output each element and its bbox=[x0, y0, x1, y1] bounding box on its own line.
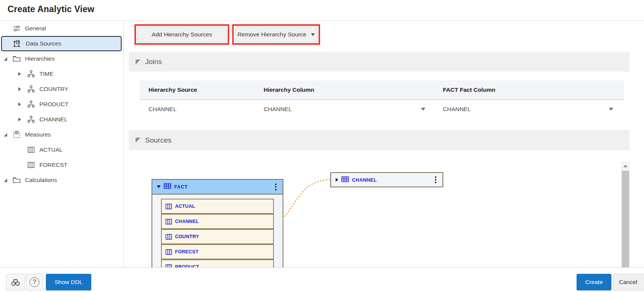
fact-node-header[interactable]: FACT bbox=[152, 180, 283, 195]
data-sources-panel: Add Hierarchy Sources Remove Hierarchy S… bbox=[123, 21, 644, 267]
sidebar-item-label: Hierarchies bbox=[25, 55, 55, 62]
expand-toggle-icon[interactable] bbox=[4, 133, 12, 137]
sidebar-item-label: Measures bbox=[25, 131, 51, 138]
fact-column-label: ACTUAL bbox=[175, 204, 195, 209]
sidebar-item-label: Data Sources bbox=[26, 40, 61, 47]
sidebar-item-label: PRODUCT bbox=[39, 101, 69, 108]
sidebar-item-country[interactable]: COUNTRY bbox=[0, 82, 123, 97]
expand-toggle-icon[interactable] bbox=[18, 87, 27, 91]
expand-toggle-icon[interactable] bbox=[4, 179, 12, 182]
joins-table: Hierarchy Source Hierarchy Column FACT F… bbox=[139, 80, 624, 118]
scroll-up-arrow-icon bbox=[624, 165, 627, 167]
sidebar-item-label: CHANNEL bbox=[39, 116, 67, 123]
fact-column-channel[interactable]: CHANNEL bbox=[161, 214, 274, 229]
sidebar-item-calculations[interactable]: Calculations bbox=[0, 173, 123, 188]
help-button[interactable]: ? bbox=[26, 274, 43, 290]
table-grid-icon bbox=[341, 176, 349, 184]
sidebar-item-label: General bbox=[25, 25, 46, 32]
footer-bar: ? Show DDL Create Cancel bbox=[0, 267, 644, 292]
joins-section-header[interactable]: Joins bbox=[129, 52, 630, 72]
cancel-label: Cancel bbox=[619, 279, 637, 286]
hierarchy-icon bbox=[27, 85, 36, 93]
fact-column-label: FORECST bbox=[175, 249, 199, 254]
sidebar-item-general[interactable]: General bbox=[0, 21, 123, 36]
show-ddl-label: Show DDL bbox=[55, 279, 83, 286]
fact-column-label: PRODUCT bbox=[175, 264, 199, 267]
find-button[interactable] bbox=[6, 274, 25, 290]
fact-column-product[interactable]: PRODUCT bbox=[161, 259, 274, 267]
diagram-vertical-scrollbar[interactable] bbox=[621, 162, 630, 267]
sources-diagram-canvas[interactable]: FACT ACTUAL CHANNEL bbox=[123, 150, 644, 267]
add-hierarchy-sources-label: Add Hierarchy Sources bbox=[152, 31, 212, 38]
node-collapse-icon[interactable] bbox=[157, 185, 161, 188]
remove-hierarchy-source-label: Remove Hierarchy Source bbox=[238, 31, 306, 38]
sources-section-header[interactable]: Sources bbox=[129, 130, 630, 150]
help-icon: ? bbox=[30, 277, 39, 287]
create-analytic-view-dialog: Create Analytic View General bbox=[0, 0, 644, 292]
dropdown-arrow-icon[interactable] bbox=[609, 108, 613, 111]
scrollbar-thumb[interactable] bbox=[622, 171, 629, 267]
column-icon bbox=[166, 234, 172, 240]
column-icon bbox=[166, 249, 172, 255]
sidebar-item-label: FORECST bbox=[39, 162, 67, 168]
node-menu-icon[interactable] bbox=[433, 176, 438, 184]
channel-node-title: CHANNEL bbox=[352, 177, 377, 183]
create-button[interactable]: Create bbox=[577, 274, 611, 290]
fact-column-label: CHANNEL bbox=[175, 219, 199, 224]
add-hierarchy-sources-button[interactable]: Add Hierarchy Sources bbox=[137, 27, 227, 42]
sidebar-item-label: TIME bbox=[39, 71, 53, 77]
cancel-button[interactable]: Cancel bbox=[613, 274, 644, 290]
column-icon bbox=[166, 204, 172, 209]
dropdown-arrow-icon[interactable] bbox=[421, 108, 425, 111]
fact-column-country[interactable]: COUNTRY bbox=[161, 229, 274, 244]
sidebar-item-actual[interactable]: ACTUAL bbox=[0, 142, 123, 157]
joins-section-title: Joins bbox=[145, 58, 162, 66]
column-header-hierarchy-column: Hierarchy Column bbox=[255, 86, 434, 93]
sources-section-title: Sources bbox=[145, 136, 172, 144]
fact-column-actual[interactable]: ACTUAL bbox=[161, 199, 274, 214]
remove-hierarchy-source-button[interactable]: Remove Hierarchy Source bbox=[235, 27, 317, 42]
node-menu-icon[interactable] bbox=[274, 183, 278, 191]
column-icon bbox=[166, 264, 172, 268]
channel-table-node[interactable]: CHANNEL bbox=[330, 172, 443, 187]
sidebar-item-measures[interactable]: Measures bbox=[0, 127, 123, 142]
fact-column-forecst[interactable]: FORECST bbox=[161, 244, 274, 259]
chevron-down-icon bbox=[311, 33, 315, 36]
expand-toggle-icon[interactable] bbox=[18, 72, 27, 76]
table-grid-icon bbox=[164, 183, 171, 190]
sidebar-item-forecst[interactable]: FORECST bbox=[0, 157, 123, 173]
fact-fact-column-value: CHANNEL bbox=[443, 106, 471, 113]
sidebar-item-hierarchies[interactable]: Hierarchies bbox=[0, 51, 123, 66]
expand-toggle-icon[interactable] bbox=[18, 118, 27, 121]
sidebar-item-data-sources[interactable]: Data Sources bbox=[1, 36, 122, 51]
node-expand-icon[interactable] bbox=[336, 178, 338, 182]
sliders-icon bbox=[12, 24, 21, 33]
sidebar-item-label: COUNTRY bbox=[39, 86, 68, 93]
hierarchy-icon bbox=[27, 70, 36, 78]
column-header-fact-fact-column: FACT Fact Column bbox=[434, 86, 624, 93]
sidebar-item-time[interactable]: TIME bbox=[0, 66, 123, 82]
hierarchy-source-value: CHANNEL bbox=[139, 106, 255, 113]
fact-fact-column-select[interactable]: CHANNEL bbox=[434, 106, 624, 113]
column-icon bbox=[166, 219, 172, 224]
joins-table-header-row: Hierarchy Source Hierarchy Column FACT F… bbox=[139, 80, 624, 100]
collapse-triangle-icon bbox=[136, 60, 141, 64]
folder-icon bbox=[12, 176, 21, 184]
scrollbar-up-button[interactable] bbox=[621, 162, 630, 170]
page-title: Create Analytic View bbox=[8, 4, 94, 14]
column-icon bbox=[27, 146, 36, 154]
joins-table-row[interactable]: CHANNEL CHANNEL CHANNEL bbox=[139, 100, 624, 118]
create-label: Create bbox=[585, 279, 603, 286]
expand-toggle-icon[interactable] bbox=[18, 102, 27, 106]
expand-toggle-icon[interactable] bbox=[4, 57, 12, 61]
hierarchy-column-select[interactable]: CHANNEL bbox=[255, 106, 434, 113]
fact-table-node[interactable]: FACT ACTUAL CHANNEL bbox=[152, 179, 283, 267]
data-sources-icon bbox=[13, 39, 22, 48]
sidebar-item-channel[interactable]: CHANNEL bbox=[0, 112, 123, 127]
sidebar-item-product[interactable]: PRODUCT bbox=[0, 97, 123, 112]
collapse-triangle-icon bbox=[136, 138, 141, 143]
hierarchy-icon bbox=[27, 100, 36, 108]
fact-column-list: ACTUAL CHANNEL COUNTRY bbox=[152, 195, 283, 267]
hierarchy-column-value: CHANNEL bbox=[264, 106, 292, 113]
show-ddl-button[interactable]: Show DDL bbox=[46, 274, 91, 290]
